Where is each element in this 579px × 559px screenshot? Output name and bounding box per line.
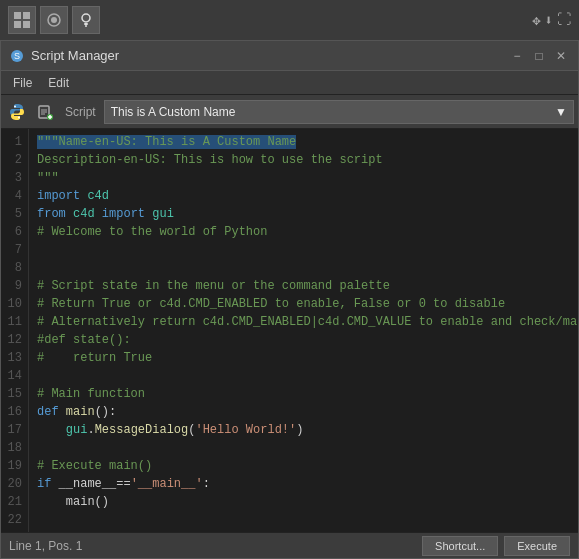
- svg-point-11: [14, 105, 16, 107]
- svg-rect-2: [14, 21, 21, 28]
- taskbar-bulb-icon[interactable]: [72, 6, 100, 34]
- script-dropdown-value: This is A Custom Name: [111, 105, 236, 119]
- close-button[interactable]: ✕: [552, 47, 570, 65]
- svg-point-5: [51, 17, 57, 23]
- window-title: Script Manager: [31, 48, 508, 63]
- title-bar: S Script Manager − □ ✕: [1, 41, 578, 71]
- line-numbers: 12345 678910 1112131415 1617181920 21222…: [1, 129, 29, 532]
- maximize-button[interactable]: □: [530, 47, 548, 65]
- cursor-position: Line 1, Pos. 1: [9, 539, 82, 553]
- svg-text:S: S: [14, 51, 20, 61]
- script-dropdown[interactable]: This is A Custom Name ▼: [104, 100, 574, 124]
- menu-edit[interactable]: Edit: [40, 74, 77, 92]
- svg-rect-0: [14, 12, 21, 19]
- taskbar-expand-icon: ⛶: [557, 12, 571, 28]
- status-buttons: Shortcut... Execute: [422, 536, 570, 556]
- script-label: Script: [61, 105, 100, 119]
- dropdown-arrow-icon: ▼: [555, 105, 567, 119]
- svg-point-12: [18, 116, 20, 118]
- status-bar: Line 1, Pos. 1 Shortcut... Execute: [1, 532, 578, 558]
- svg-rect-1: [23, 12, 30, 19]
- title-bar-icon: S: [9, 48, 25, 64]
- taskbar-record-icon[interactable]: [40, 6, 68, 34]
- taskbar-move-icon: ✥: [532, 12, 540, 29]
- code-editor[interactable]: 12345 678910 1112131415 1617181920 21222…: [1, 129, 578, 532]
- python-icon[interactable]: [5, 100, 29, 124]
- menu-bar: File Edit: [1, 71, 578, 95]
- minimize-button[interactable]: −: [508, 47, 526, 65]
- execute-button[interactable]: Execute: [504, 536, 570, 556]
- toolbar: Script This is A Custom Name ▼: [1, 95, 578, 129]
- title-bar-controls: − □ ✕: [508, 47, 570, 65]
- code-text[interactable]: """Name-en-US: This is A Custom Name Des…: [29, 129, 578, 532]
- taskbar: ✥ ⬇ ⛶: [0, 0, 579, 40]
- svg-point-6: [82, 14, 90, 22]
- script-manager-window: S Script Manager − □ ✕ File Edit: [0, 40, 579, 559]
- taskbar-download-icon: ⬇: [545, 12, 553, 29]
- shortcut-button[interactable]: Shortcut...: [422, 536, 498, 556]
- svg-rect-3: [23, 21, 30, 28]
- taskbar-right-controls: ✥ ⬇ ⛶: [532, 12, 571, 29]
- menu-file[interactable]: File: [5, 74, 40, 92]
- taskbar-grid-icon[interactable]: [8, 6, 36, 34]
- script-add-icon[interactable]: [33, 100, 57, 124]
- svg-rect-7: [84, 23, 88, 25]
